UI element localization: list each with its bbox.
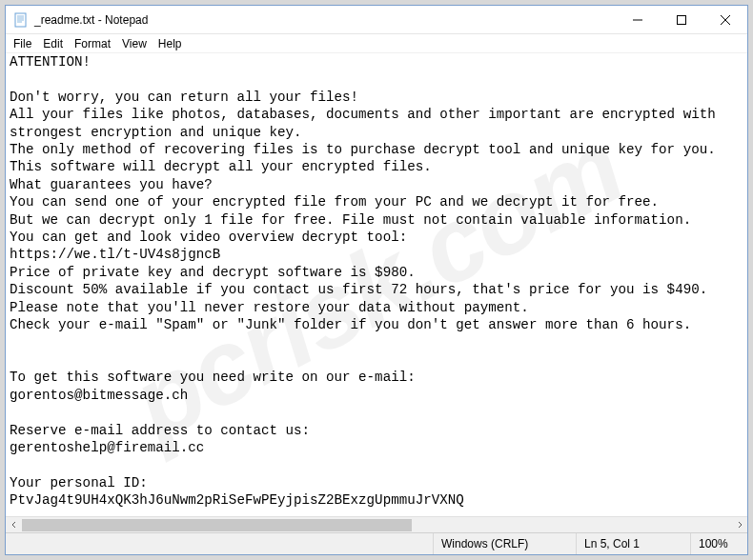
- maximize-button[interactable]: [660, 6, 703, 33]
- menu-format[interactable]: Format: [69, 36, 116, 51]
- menu-view[interactable]: View: [116, 36, 153, 51]
- status-encoding: Windows (CRLF): [433, 533, 576, 554]
- window-controls: [616, 6, 747, 33]
- svg-rect-6: [678, 15, 686, 24]
- scroll-left-arrow-icon[interactable]: [6, 517, 22, 533]
- minimize-button[interactable]: [616, 6, 660, 33]
- editor-area: ATTENTION! Don't worry, you can return a…: [6, 53, 747, 516]
- horizontal-scrollbar[interactable]: [6, 516, 747, 532]
- status-zoom: 100%: [690, 533, 747, 554]
- close-button[interactable]: [703, 6, 747, 33]
- text-content[interactable]: ATTENTION! Don't worry, you can return a…: [6, 53, 747, 516]
- menu-edit[interactable]: Edit: [37, 36, 69, 51]
- scroll-thumb[interactable]: [22, 519, 412, 531]
- scroll-right-arrow-icon[interactable]: [731, 517, 747, 533]
- menu-file[interactable]: File: [8, 36, 37, 51]
- statusbar: Windows (CRLF) Ln 5, Col 1 100%: [6, 532, 747, 554]
- window-title: _readme.txt - Notepad: [34, 13, 616, 27]
- status-cursor-position: Ln 5, Col 1: [576, 533, 690, 554]
- menubar: File Edit Format View Help: [6, 34, 747, 53]
- notepad-app-icon: [11, 10, 31, 30]
- titlebar: _readme.txt - Notepad: [6, 6, 747, 34]
- notepad-window: _readme.txt - Notepad File Edit Format V…: [5, 5, 748, 555]
- menu-help[interactable]: Help: [153, 36, 188, 51]
- scroll-track[interactable]: [22, 517, 731, 532]
